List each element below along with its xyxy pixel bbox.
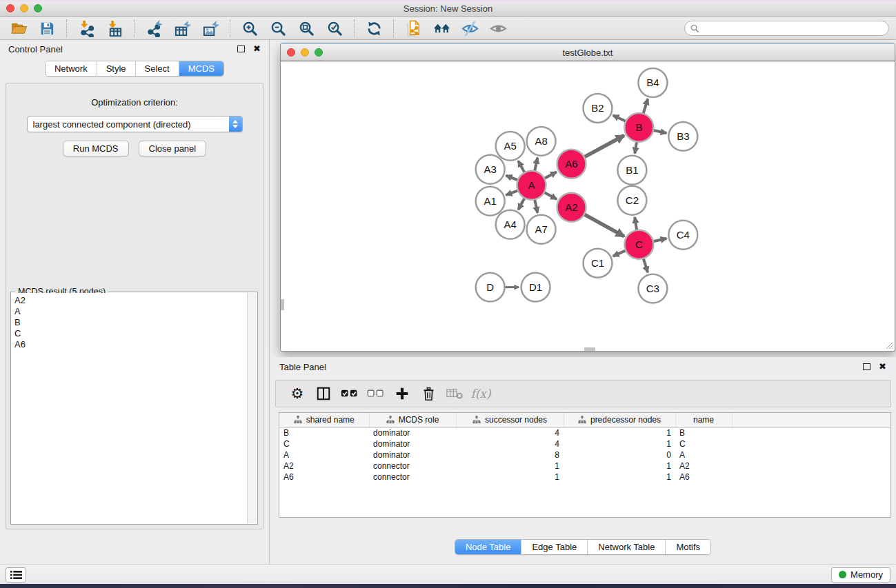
table-cell[interactable]: A xyxy=(279,449,369,460)
graph-edge-C-C1[interactable] xyxy=(613,250,626,256)
column-header-shared-name[interactable]: shared name xyxy=(279,413,369,427)
tab-style[interactable]: Style xyxy=(97,61,136,76)
column-header-successor-nodes[interactable]: successor nodes xyxy=(456,413,564,427)
table-options-gear-icon[interactable]: ⚙ xyxy=(284,383,310,405)
export-network-icon[interactable] xyxy=(142,19,166,38)
import-network-icon[interactable] xyxy=(74,19,98,38)
delete-columns-trash-icon[interactable] xyxy=(415,383,441,405)
zoom-out-icon[interactable] xyxy=(266,19,290,38)
zoom-selected-icon[interactable] xyxy=(323,19,346,38)
table-cell[interactable]: C xyxy=(279,438,369,449)
table-cell[interactable]: 1 xyxy=(456,472,564,483)
table-row[interactable]: Cdominator41C xyxy=(279,438,890,449)
table-cell[interactable]: A6 xyxy=(675,472,732,483)
graph-edge-B-B1[interactable] xyxy=(635,142,637,154)
open-session-icon[interactable] xyxy=(7,19,30,38)
table-cell[interactable]: 8 xyxy=(456,449,564,460)
table-cell[interactable]: 4 xyxy=(456,438,564,449)
column-header-MCDS-role[interactable]: MCDS role xyxy=(369,413,456,427)
table-cell[interactable]: A6 xyxy=(279,472,369,483)
graph-edge-A-A3[interactable] xyxy=(506,176,517,181)
save-session-icon[interactable] xyxy=(35,19,59,38)
show-columns-icon[interactable] xyxy=(310,383,337,405)
graph-edge-A-A6[interactable] xyxy=(544,172,557,179)
hide-panels-eye-slash-icon[interactable] xyxy=(458,19,481,38)
export-image-icon[interactable] xyxy=(199,19,222,38)
table-row[interactable]: A2connector11A2 xyxy=(279,460,890,472)
graph-edge-A6-B[interactable] xyxy=(584,136,624,157)
search-input[interactable] xyxy=(703,23,883,33)
network-window-titlebar[interactable]: testGlobe.txt xyxy=(281,44,895,61)
mcds-result-item[interactable]: A2 xyxy=(14,295,244,306)
vertical-scroll-indicator[interactable] xyxy=(281,299,284,310)
close-table-panel-icon[interactable]: ✖ xyxy=(879,363,886,370)
table-cell[interactable]: connector xyxy=(369,460,456,472)
float-table-panel-icon[interactable] xyxy=(863,363,870,370)
table-cell[interactable]: A xyxy=(675,449,732,460)
resize-grip-icon[interactable] xyxy=(884,340,893,349)
table-row[interactable]: Bdominator41B xyxy=(279,427,890,438)
graph-edge-A-A7[interactable] xyxy=(535,199,537,213)
tab-mcds[interactable]: MCDS xyxy=(179,61,223,76)
table-cell[interactable]: 1 xyxy=(564,438,675,449)
export-table-icon[interactable] xyxy=(170,19,194,38)
table-cell[interactable]: 1 xyxy=(564,472,675,483)
show-panels-eye-icon[interactable] xyxy=(486,19,510,38)
add-column-icon[interactable] xyxy=(389,383,415,405)
table-cell[interactable]: dominator xyxy=(369,449,456,460)
table-cell[interactable]: 4 xyxy=(456,427,564,438)
tab-motifs[interactable]: Motifs xyxy=(666,540,710,554)
memory-button[interactable]: Memory xyxy=(831,567,890,582)
table-cell[interactable]: 1 xyxy=(564,427,675,438)
table-cell[interactable]: B xyxy=(279,427,369,438)
graph-edge-C-C4[interactable] xyxy=(653,239,667,241)
close-panel-button[interactable]: Close panel xyxy=(139,141,207,156)
select-all-columns-icon[interactable] xyxy=(337,383,363,405)
column-header-name[interactable]: name xyxy=(675,413,732,427)
refresh-icon[interactable] xyxy=(362,19,386,38)
result-scrollbar[interactable] xyxy=(247,293,257,523)
task-history-button[interactable] xyxy=(6,567,26,582)
tab-select[interactable]: Select xyxy=(136,61,179,76)
tab-node-table[interactable]: Node Table xyxy=(455,540,522,554)
graph-edge-A-A5[interactable] xyxy=(518,161,524,172)
unselect-all-columns-icon[interactable] xyxy=(363,383,389,405)
table-cell[interactable]: 1 xyxy=(456,460,564,472)
table-cell[interactable]: B xyxy=(675,427,732,438)
search-field[interactable] xyxy=(684,21,889,36)
table-row[interactable]: A6connector11A6 xyxy=(279,472,890,483)
graph-edge-C-C2[interactable] xyxy=(635,217,637,230)
graph-edge-B-B3[interactable] xyxy=(653,130,666,133)
new-network-from-selection-icon[interactable] xyxy=(401,19,425,38)
tab-network-table[interactable]: Network Table xyxy=(588,540,666,554)
graph-edge-A-A8[interactable] xyxy=(535,158,537,172)
table-header-row[interactable]: shared nameMCDS rolesuccessor nodesprede… xyxy=(279,413,890,427)
zoom-fit-icon[interactable] xyxy=(295,19,318,38)
table-cell[interactable]: C xyxy=(675,438,732,449)
mcds-result-item[interactable]: A xyxy=(14,306,244,317)
graph-edge-B-B4[interactable] xyxy=(644,99,648,113)
table-cell[interactable]: dominator xyxy=(369,438,456,449)
criterion-select[interactable]: largest connected component (directed) xyxy=(27,116,243,132)
graph-edge-A-A2[interactable] xyxy=(544,192,557,199)
table-cell[interactable]: A2 xyxy=(675,460,732,472)
graph-edge-A-A4[interactable] xyxy=(518,198,524,210)
table-cell[interactable]: A2 xyxy=(279,460,369,472)
graph-edge-A2-C[interactable] xyxy=(584,214,624,236)
tab-network[interactable]: Network xyxy=(46,61,97,76)
graph-edge-B-B2[interactable] xyxy=(613,115,626,121)
horizontal-scroll-indicator[interactable] xyxy=(584,347,595,351)
mcds-result-item[interactable]: C xyxy=(14,328,244,339)
float-panel-icon[interactable] xyxy=(237,45,245,52)
graph-edge-A-A1[interactable] xyxy=(506,190,517,195)
table-row[interactable]: Adominator80A xyxy=(279,449,890,460)
tab-edge-table[interactable]: Edge Table xyxy=(521,540,588,554)
home-icon[interactable] xyxy=(430,19,453,38)
table-cell[interactable]: dominator xyxy=(369,427,456,438)
graph-edge-C-C3[interactable] xyxy=(644,258,648,273)
table-cell[interactable]: 1 xyxy=(564,460,675,472)
zoom-in-icon[interactable] xyxy=(238,19,261,38)
column-header-predecessor-nodes[interactable]: predecessor nodes xyxy=(564,413,675,427)
network-canvas[interactable]: B4B2BB3A5A8A6B1A3AC2A1A2A4A7C4CC1C3DD1 xyxy=(281,61,895,351)
run-mcds-button[interactable]: Run MCDS xyxy=(63,141,129,156)
